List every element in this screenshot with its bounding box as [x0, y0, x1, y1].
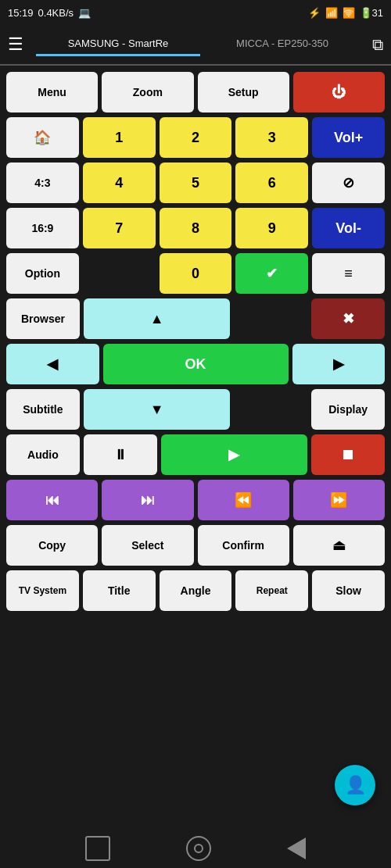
num9-button[interactable]: 9 [235, 208, 308, 248]
status-icons: ⚡ 📶 🛜 🔋31 [308, 7, 383, 19]
top-nav: ☰ SAMSUNG - SmartRe MICCA - EP250-350 ⧉ [0, 25, 391, 66]
num2-button[interactable]: 2 [160, 117, 232, 158]
battery-icon: 🔋31 [360, 7, 383, 19]
num1-button[interactable]: 1 [83, 117, 156, 158]
system-bar [0, 829, 391, 868]
row-copy: Copy Select Confirm ⏏ [6, 525, 385, 566]
system-back-button[interactable] [287, 838, 306, 859]
close-button[interactable]: ✖ [311, 298, 385, 339]
option-button[interactable]: Option [6, 253, 79, 294]
num6-button[interactable]: 6 [235, 163, 308, 203]
skip-forward-button[interactable]: ⏭ [102, 480, 193, 520]
row-subtitle: Subtitle ▼ Display [6, 389, 385, 430]
down-arrow-button[interactable]: ▼ [84, 389, 231, 430]
status-bar: 15:19 0.4KB/s 💻 ⚡ 📶 🛜 🔋31 [0, 0, 391, 25]
left-arrow-button[interactable]: ◀ [6, 344, 99, 384]
audio-button[interactable]: Audio [6, 434, 80, 475]
angle-button[interactable]: Angle [160, 570, 232, 611]
title-button[interactable]: Title [83, 570, 156, 611]
repeat-button[interactable]: Repeat [235, 570, 308, 611]
row-browser: Browser ▲ ✖ [6, 298, 385, 339]
rewind-button[interactable]: ⏪ [198, 480, 289, 520]
bluetooth-icon: ⚡ [308, 7, 321, 19]
eject-button[interactable]: ⏏ [293, 525, 385, 566]
ok-button[interactable]: OK [103, 344, 289, 384]
row-skip: ⏮ ⏭ ⏪ ⏩ [6, 480, 385, 520]
tab-samsung[interactable]: SAMSUNG - SmartRe [36, 33, 200, 56]
subtitle-button[interactable]: Subtitle [6, 389, 80, 430]
fast-forward-button[interactable]: ⏩ [293, 480, 385, 520]
copy-icon[interactable]: ⧉ [372, 36, 383, 54]
skip-back-start-button[interactable]: ⏮ [6, 480, 98, 520]
nav-tabs: SAMSUNG - SmartRe MICCA - EP250-350 [36, 33, 364, 56]
row-numbers-3: 16:9 7 8 9 Vol- [6, 208, 385, 248]
row-option: Option 0 ✔ ≡ [6, 253, 385, 294]
spacer-3 [234, 389, 307, 430]
spacer-2 [234, 298, 307, 339]
row-numbers-2: 4:3 4 5 6 ⊘ [6, 163, 385, 203]
stop-button[interactable]: ⏹ [311, 434, 385, 475]
menu-button[interactable]: Menu [6, 72, 98, 113]
row-ok: ◀ OK ▶ [6, 344, 385, 384]
wifi-icon: 🛜 [343, 7, 355, 19]
copy-button[interactable]: Copy [6, 525, 98, 566]
num8-button[interactable]: 8 [160, 208, 232, 248]
num5-button[interactable]: 5 [160, 163, 232, 203]
select-button[interactable]: Select [102, 525, 193, 566]
tab-micca[interactable]: MICCA - EP250-350 [200, 33, 364, 56]
row-numbers-1: 🏠 1 2 3 Vol+ [6, 117, 385, 158]
setup-button[interactable]: Setup [198, 72, 289, 113]
zoom-button[interactable]: Zoom [102, 72, 193, 113]
system-home-button[interactable] [186, 836, 211, 861]
remote-control: Menu Zoom Setup ⏻ 🏠 1 2 3 Vol+ 4:3 4 5 6… [0, 66, 391, 622]
mute-button[interactable]: ⊘ [312, 163, 385, 203]
play-button[interactable]: ▶ [161, 434, 308, 475]
num4-button[interactable]: 4 [83, 163, 156, 203]
time-display: 15:19 [8, 7, 34, 19]
data-speed: 0.4KB/s [38, 7, 74, 19]
list-button[interactable]: ≡ [312, 253, 385, 294]
num7-button[interactable]: 7 [83, 208, 156, 248]
slow-button[interactable]: Slow [312, 570, 385, 611]
row-tv: TV System Title Angle Repeat Slow [6, 570, 385, 611]
confirm-button[interactable]: Confirm [198, 525, 289, 566]
check-button[interactable]: ✔ [235, 253, 308, 294]
right-arrow-button[interactable]: ▶ [292, 344, 386, 384]
home-button[interactable]: 🏠 [6, 117, 79, 158]
ratio43-button[interactable]: 4:3 [6, 163, 79, 203]
fab-people-button[interactable]: 👤 [335, 765, 375, 805]
row-menu: Menu Zoom Setup ⏻ [6, 72, 385, 113]
pause-button[interactable]: ⏸ [84, 434, 157, 475]
vol-minus-button[interactable]: Vol- [312, 208, 385, 248]
num0-button[interactable]: 0 [160, 253, 232, 294]
system-square-button[interactable] [85, 836, 110, 861]
row-audio: Audio ⏸ ▶ ⏹ [6, 434, 385, 475]
tv-system-button[interactable]: TV System [6, 570, 79, 611]
ratio169-button[interactable]: 16:9 [6, 208, 79, 248]
display-button[interactable]: Display [311, 389, 385, 430]
spacer-1 [83, 253, 156, 294]
vol-plus-button[interactable]: Vol+ [312, 117, 385, 158]
signal-icon: 📶 [325, 7, 338, 19]
up-arrow-button[interactable]: ▲ [84, 298, 231, 339]
phone-icon: 💻 [78, 7, 91, 19]
browser-button[interactable]: Browser [6, 298, 80, 339]
hamburger-icon[interactable]: ☰ [8, 34, 23, 55]
power-button[interactable]: ⏻ [293, 72, 385, 113]
num3-button[interactable]: 3 [235, 117, 308, 158]
